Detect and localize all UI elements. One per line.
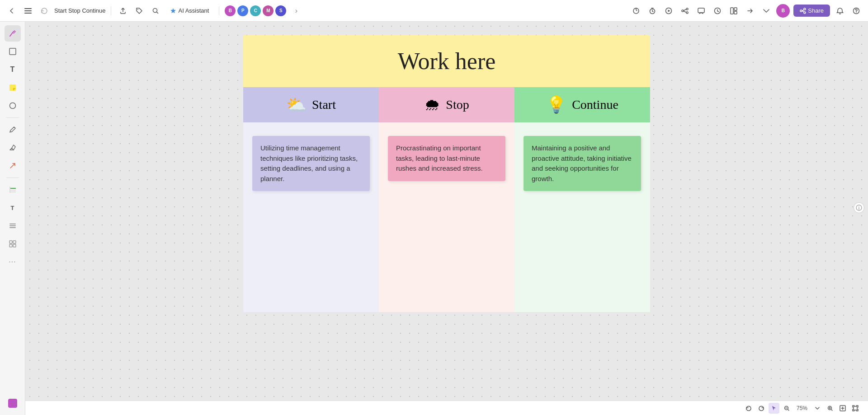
sidebar-sticky[interactable] bbox=[5, 79, 21, 96]
column-stop: 🌧 Stop Procrastinating on important task… bbox=[379, 87, 514, 312]
svg-rect-14 bbox=[734, 8, 737, 10]
svg-rect-31 bbox=[9, 241, 12, 243]
sidebar-theme[interactable] bbox=[5, 395, 21, 411]
zoom-level: 75% bbox=[794, 405, 810, 411]
sidebar-text[interactable]: T bbox=[5, 61, 21, 78]
continue-label: Continue bbox=[572, 98, 618, 112]
timer-button[interactable] bbox=[646, 5, 659, 17]
svg-rect-13 bbox=[731, 8, 733, 14]
sidebar-shape[interactable] bbox=[5, 98, 21, 114]
board-title-bar: Work here bbox=[243, 35, 650, 87]
sidebar-more[interactable]: ··· bbox=[5, 254, 21, 270]
svg-rect-25 bbox=[9, 190, 16, 191]
svg-rect-0 bbox=[24, 8, 32, 9]
svg-point-23 bbox=[9, 103, 15, 109]
bottom-bar: 75% bbox=[25, 401, 868, 415]
toolbar-left: Start Stop Continue AI Assistant B P C M… bbox=[5, 5, 432, 17]
svg-rect-29 bbox=[9, 225, 16, 226]
col-body-start[interactable]: Utilizing time management techniques lik… bbox=[243, 122, 379, 312]
sidebar-text2[interactable]: T bbox=[5, 200, 21, 216]
svg-point-20 bbox=[856, 12, 857, 13]
sidebar-connect[interactable] bbox=[5, 158, 21, 174]
undo-button[interactable] bbox=[743, 403, 754, 414]
sync-button[interactable] bbox=[38, 5, 51, 17]
cursor-button[interactable] bbox=[769, 403, 779, 414]
sidebar-list[interactable] bbox=[5, 218, 21, 234]
app-title: Start Stop Continue bbox=[54, 7, 105, 14]
col-body-stop[interactable]: Procrastinating on important tasks, lead… bbox=[379, 122, 514, 312]
connect-button[interactable] bbox=[679, 5, 691, 17]
svg-rect-28 bbox=[9, 224, 16, 224]
svg-rect-24 bbox=[9, 188, 16, 189]
more-button[interactable]: › bbox=[290, 5, 302, 17]
sidebar-frame[interactable] bbox=[5, 43, 21, 60]
continue-note-text: Maintaining a positive and proactive att… bbox=[532, 144, 632, 182]
svg-rect-21 bbox=[9, 48, 16, 55]
start-note[interactable]: Utilizing time management techniques lik… bbox=[252, 136, 370, 191]
continue-note[interactable]: Maintaining a positive and proactive att… bbox=[524, 136, 641, 191]
svg-point-16 bbox=[804, 8, 806, 10]
column-start: ⛅ Start Utilizing time management techni… bbox=[243, 87, 379, 312]
zoom-dropdown-button[interactable] bbox=[812, 403, 823, 414]
user-avatar[interactable]: B bbox=[776, 4, 790, 18]
chevron-down-button[interactable] bbox=[760, 5, 773, 17]
col-header-continue: 💡 Continue bbox=[514, 87, 650, 122]
col-body-continue[interactable]: Maintaining a positive and proactive att… bbox=[514, 122, 650, 312]
columns-wrapper: ⛅ Start Utilizing time management techni… bbox=[243, 87, 650, 312]
avatar-5: S bbox=[275, 5, 286, 16]
tag-button[interactable] bbox=[133, 5, 146, 17]
stop-emoji: 🌧 bbox=[424, 95, 440, 114]
expand-button[interactable] bbox=[850, 403, 861, 414]
help-button[interactable] bbox=[850, 5, 863, 17]
avatar-4: M bbox=[263, 5, 274, 16]
play-button[interactable] bbox=[662, 5, 675, 17]
svg-rect-2 bbox=[24, 13, 32, 14]
canvas-area[interactable]: Work here ⛅ Start Utilizing time managem… bbox=[25, 22, 868, 401]
zoom-out-button[interactable] bbox=[781, 403, 792, 414]
notifications-button[interactable] bbox=[834, 5, 846, 17]
toolbar-right: B Share bbox=[436, 4, 863, 18]
start-emoji: ⛅ bbox=[286, 95, 307, 114]
comment-button[interactable] bbox=[695, 5, 708, 17]
sidebar-brush[interactable] bbox=[5, 25, 21, 42]
search-button[interactable] bbox=[149, 5, 162, 17]
svg-rect-22 bbox=[9, 84, 16, 91]
stop-note-text: Procrastinating on important tasks, lead… bbox=[396, 144, 483, 172]
sidebar-table[interactable] bbox=[5, 182, 21, 198]
redo-button[interactable] bbox=[756, 403, 767, 414]
svg-rect-11 bbox=[698, 8, 704, 13]
info-button[interactable] bbox=[854, 202, 864, 213]
toolbar-right-btn-1[interactable] bbox=[630, 5, 642, 17]
collab-avatars: B P C M S bbox=[225, 5, 286, 16]
svg-rect-30 bbox=[9, 227, 16, 228]
menu-button[interactable] bbox=[22, 5, 34, 17]
arrow-button[interactable] bbox=[744, 5, 756, 17]
fit-button[interactable] bbox=[837, 403, 848, 414]
column-continue: 💡 Continue Maintaining a positive and pr… bbox=[514, 87, 650, 312]
share-button[interactable]: Share bbox=[793, 5, 830, 17]
sidebar-grid[interactable] bbox=[5, 236, 21, 252]
export-button[interactable] bbox=[117, 5, 129, 17]
toolbar-sep-1 bbox=[111, 6, 111, 15]
continue-emoji: 💡 bbox=[546, 95, 566, 114]
board-container: Work here ⛅ Start Utilizing time managem… bbox=[243, 35, 650, 312]
col-header-stop: 🌧 Stop bbox=[379, 87, 514, 122]
sidebar-eraser[interactable] bbox=[5, 140, 21, 156]
svg-rect-27 bbox=[9, 187, 10, 193]
svg-point-10 bbox=[686, 12, 688, 14]
svg-point-17 bbox=[804, 12, 806, 14]
sidebar-pen[interactable] bbox=[5, 121, 21, 138]
stop-note[interactable]: Procrastinating on important tasks, lead… bbox=[388, 136, 505, 181]
back-button[interactable] bbox=[5, 5, 18, 17]
ai-assistant-button[interactable]: AI Assistant bbox=[165, 5, 213, 16]
stop-label: Stop bbox=[446, 98, 469, 112]
sidebar-divider-2 bbox=[6, 177, 19, 178]
layout-button[interactable] bbox=[727, 5, 740, 17]
start-label: Start bbox=[312, 98, 336, 112]
ai-assistant-label: AI Assistant bbox=[178, 7, 209, 14]
svg-rect-33 bbox=[9, 244, 12, 247]
zoom-in-button[interactable] bbox=[825, 403, 835, 414]
svg-point-3 bbox=[137, 9, 138, 10]
svg-point-8 bbox=[682, 10, 684, 12]
clock-button[interactable] bbox=[711, 5, 724, 17]
